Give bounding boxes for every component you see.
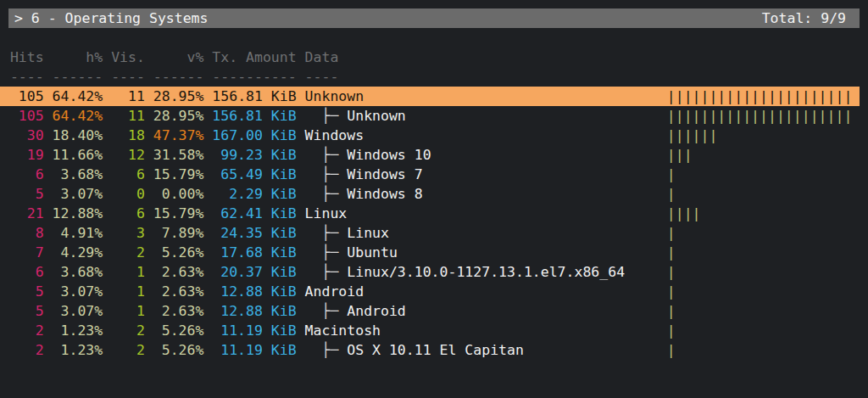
visitors-value: 18	[111, 126, 145, 145]
tx-amount-value: 2.29 KiB	[212, 184, 296, 204]
visitors-value: 1	[111, 282, 145, 301]
visitors-percent: 31.58%	[153, 145, 204, 165]
separator-row: ---- ------ ---- ------ ---------- ----	[0, 67, 860, 87]
tx-amount-value: 11.19 KiB	[212, 321, 296, 340]
table-row[interactable]: 6 3.68% 6 15.79% 65.49 KiB ├─ Windows 7|	[0, 165, 860, 184]
hits-percent: 18.40%	[53, 126, 103, 145]
table-row[interactable]: 7 4.29% 2 5.26% 17.68 KiB ├─ Ubuntu|	[0, 243, 860, 262]
visitors-percent: 15.79%	[153, 165, 204, 184]
data-cell: ├─ Android	[305, 301, 406, 321]
tx-amount-value: 17.68 KiB	[212, 243, 296, 262]
table-row[interactable]: 6 3.68% 1 2.63% 20.37 KiB ├─ Linux/3.10.…	[0, 262, 860, 282]
visitors-value: 6	[111, 165, 145, 184]
os-name: Windows 10	[347, 147, 431, 163]
column-hits-percent: h%	[53, 48, 103, 67]
table-row[interactable]: 5 3.07% 0 0.00% 2.29 KiB ├─ Windows 8|	[0, 184, 860, 204]
os-name: Linux	[305, 205, 348, 221]
data-cell: ├─ Linux/3.10.0-1127.13.1.el7.x86_64	[305, 262, 626, 282]
data-cell: Windows	[305, 126, 364, 145]
hits-bar: ||||||||||||||||||||||	[667, 106, 853, 126]
tree-branch-icon: ├─	[305, 147, 348, 163]
visitors-percent: 15.79%	[153, 204, 204, 223]
tx-amount-value: 156.81 KiB	[212, 87, 296, 106]
data-cell: Linux	[305, 204, 348, 223]
hits-value: 5	[10, 301, 44, 321]
hits-percent: 3.07%	[53, 282, 103, 301]
data-cell: ├─ Windows 7	[305, 165, 423, 184]
table-row[interactable]: 8 4.91% 3 7.89% 24.35 KiB ├─ Linux|	[0, 223, 860, 243]
hits-bar: ||||	[667, 204, 701, 223]
visitors-value: 3	[111, 223, 145, 243]
table-row[interactable]: 2 1.23% 2 5.26% 11.19 KiB Macintosh|	[0, 321, 860, 340]
data-cell: Android	[305, 282, 364, 301]
table-row[interactable]: 21 12.88% 6 15.79% 62.41 KiB Linux||||	[0, 204, 860, 223]
blank-line	[0, 28, 860, 48]
table-row[interactable]: 5 3.07% 1 2.63% 12.88 KiB Android|	[0, 282, 860, 301]
hits-value: 6	[10, 262, 44, 282]
hits-bar: ||||||	[667, 126, 718, 145]
hits-percent: 64.42%	[53, 106, 103, 126]
visitors-percent: 2.63%	[153, 301, 204, 321]
column-tx-amount: Tx. Amount	[212, 48, 296, 67]
hits-percent: 11.66%	[53, 145, 103, 165]
separator-dashes: ---- ------ ---- ------ ---------- ----	[10, 69, 338, 85]
hits-value: 5	[10, 282, 44, 301]
hits-value: 8	[10, 223, 44, 243]
visitors-percent: 28.95%	[153, 87, 204, 106]
visitors-percent: 47.37%	[153, 126, 204, 145]
table-row[interactable]: 2 1.23% 2 5.26% 11.19 KiB ├─ OS X 10.11 …	[0, 340, 860, 360]
data-cell: Macintosh	[305, 321, 381, 340]
tx-amount-value: 65.49 KiB	[212, 165, 296, 184]
tree-branch-icon: ├─	[305, 342, 348, 358]
hits-bar: |	[667, 243, 676, 262]
visitors-percent: 5.26%	[153, 340, 204, 360]
table-row[interactable]: 30 18.40% 18 47.37% 167.00 KiB Windows||…	[0, 126, 860, 145]
os-name: Android	[347, 303, 406, 319]
hits-percent: 4.29%	[53, 243, 103, 262]
tx-amount-value: 20.37 KiB	[212, 262, 296, 282]
tree-branch-icon: ├─	[305, 303, 348, 319]
visitors-value: 6	[111, 204, 145, 223]
table-row[interactable]: 19 11.66% 12 31.58% 99.23 KiB ├─ Windows…	[0, 145, 860, 165]
tx-amount-value: 167.00 KiB	[212, 126, 296, 145]
panel-header-bar[interactable]: > 6 - Operating SystemsTotal: 9/9	[8, 8, 860, 28]
visitors-value: 1	[111, 262, 145, 282]
tx-amount-value: 12.88 KiB	[212, 282, 296, 301]
tx-amount-value: 99.23 KiB	[212, 145, 296, 165]
hits-bar: |	[667, 262, 676, 282]
hits-value: 6	[10, 165, 44, 184]
hits-value: 30	[10, 126, 44, 145]
data-cell: ├─ Linux	[305, 223, 389, 243]
hits-value: 5	[10, 184, 44, 204]
hits-bar: |	[667, 223, 676, 243]
column-hits: Hits	[10, 48, 44, 67]
visitors-percent: 5.26%	[153, 321, 204, 340]
hits-percent: 3.68%	[53, 262, 103, 282]
os-name: OS X 10.11 El Capitan	[347, 342, 524, 358]
hits-percent: 12.88%	[53, 204, 103, 223]
hits-percent: 4.91%	[53, 223, 103, 243]
hits-value: 21	[10, 204, 44, 223]
visitors-value: 0	[111, 184, 145, 204]
hits-bar: |	[667, 301, 676, 321]
column-visitors: Vis.	[111, 48, 145, 67]
os-name: Unknown	[347, 108, 406, 124]
hits-bar: ||||||||||||||||||||||	[667, 87, 853, 106]
visitors-percent: 7.89%	[153, 223, 204, 243]
data-cell: ├─ Windows 8	[305, 184, 423, 204]
table-row[interactable]: 105 64.42% 11 28.95% 156.81 KiB ├─ Unkno…	[0, 106, 860, 126]
hits-percent: 1.23%	[53, 340, 103, 360]
tree-branch-icon: ├─	[305, 244, 348, 261]
tx-amount-value: 62.41 KiB	[212, 204, 296, 223]
goaccess-terminal: > 6 - Operating SystemsTotal: 9/9 Hits h…	[0, 0, 868, 398]
column-visitors-percent: v%	[153, 48, 204, 67]
visitors-value: 11	[111, 87, 145, 106]
tx-amount-value: 156.81 KiB	[212, 106, 296, 126]
hits-value: 19	[10, 145, 44, 165]
visitors-value: 2	[111, 340, 145, 360]
table-row[interactable]: 105 64.42% 11 28.95% 156.81 KiB Unknown|…	[0, 87, 860, 106]
tx-amount-value: 12.88 KiB	[212, 301, 296, 321]
total-counter: Total: 9/9	[762, 8, 846, 28]
visitors-percent: 5.26%	[153, 243, 204, 262]
table-row[interactable]: 5 3.07% 1 2.63% 12.88 KiB ├─ Android|	[0, 301, 860, 321]
